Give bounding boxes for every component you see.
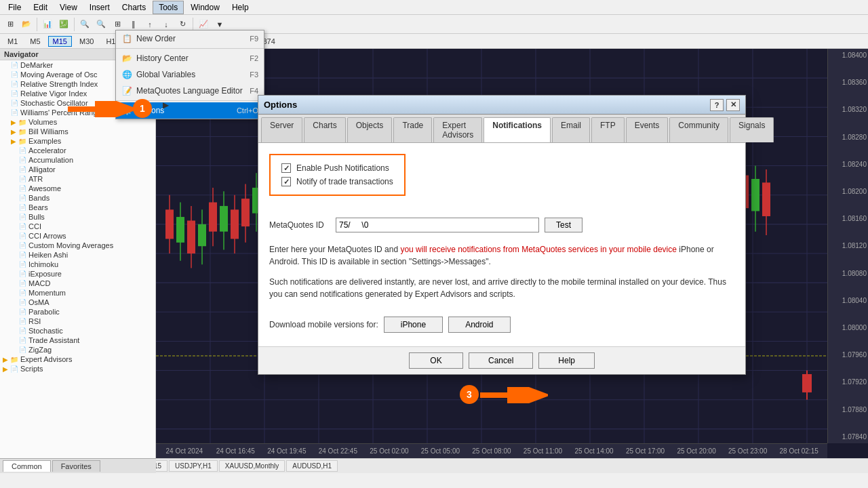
tab-objects[interactable]: Objects <box>347 117 393 142</box>
price-15: 1.07840 <box>829 433 867 441</box>
menu-tools[interactable]: Tools <box>153 1 184 14</box>
ok-button[interactable]: OK <box>409 352 463 369</box>
indicator-icon-hei: 📄 <box>19 251 26 258</box>
tf-m15[interactable]: M15 <box>48 36 72 47</box>
dialog-tabs: Server Charts Objects Trade Expert Advis… <box>258 115 745 143</box>
time-axis: 24 Oct 2024 24 Oct 16:45 24 Oct 19:45 24… <box>156 443 827 458</box>
dropdown-history[interactable]: 📂 History Center F2 <box>116 50 264 66</box>
symbol-usdjpy-h1[interactable]: USDJPY,H1 <box>169 460 218 472</box>
toolbar-charts[interactable]: 📊 <box>40 17 55 32</box>
tab-signals[interactable]: Signals <box>730 117 774 142</box>
enable-push-row: Enable Push Notifications <box>281 163 393 173</box>
dialog-help-btn[interactable]: ? <box>710 99 724 111</box>
nav-heiken[interactable]: 📄 Heiken Ashi <box>0 250 155 260</box>
help-button[interactable]: Help <box>538 352 595 369</box>
nav-accelerator[interactable]: 📄 Accelerator <box>0 146 155 155</box>
tab-events[interactable]: Events <box>626 117 669 142</box>
nav-accumulation[interactable]: 📄 Accumulation <box>0 155 155 165</box>
nav-ichimoku[interactable]: 📄 Ichimoku <box>0 260 155 269</box>
cancel-button[interactable]: Cancel <box>469 352 533 369</box>
tf-m5[interactable]: M5 <box>25 36 45 47</box>
folder-icon-sc2: 📄 <box>10 365 18 373</box>
nav-custom-ma[interactable]: 📄 Custom Moving Averages <box>0 241 155 250</box>
indicator-icon-alli: 📄 <box>19 166 26 173</box>
nav-alligator[interactable]: 📄 Alligator <box>0 165 155 174</box>
nav-rsi2[interactable]: 📄 RSI <box>0 317 155 326</box>
toolbar-zoom-in[interactable]: 🔍 <box>77 17 92 32</box>
tab-ftp[interactable]: FTP <box>591 117 625 142</box>
nav-cci-arrows[interactable]: 📄 CCI Arrows <box>0 231 155 241</box>
android-button[interactable]: Android <box>448 317 510 333</box>
nav-trade-assistant[interactable]: 📄 Trade Assistant <box>0 336 155 345</box>
nav-awesome[interactable]: 📄 Awesome <box>0 184 155 193</box>
dropdown-sep1 <box>116 48 264 49</box>
toolbar-trading[interactable]: 💹 <box>56 17 71 32</box>
nav-scripts[interactable]: ▶ 📄 Scripts <box>0 364 155 373</box>
folder-icon-ex2: 📁 <box>18 138 26 145</box>
svg-rect-139 <box>802 374 812 392</box>
iphone-button[interactable]: iPhone <box>384 317 443 333</box>
folder-icon-volumes2: 📁 <box>18 119 26 126</box>
toolbar-open[interactable]: 📂 <box>19 17 34 32</box>
symbol-xauusd-monthly[interactable]: XAUUSD,Monthly <box>219 460 285 472</box>
price-7: 1.08160 <box>829 215 867 222</box>
nav-bands[interactable]: 📄 Bands <box>0 193 155 203</box>
menu-file[interactable]: File <box>3 1 26 14</box>
dropdown-new-order[interactable]: 📋 New Order F9 <box>116 30 264 47</box>
new-order-shortcut: F9 <box>250 35 258 43</box>
svg-rect-137 <box>762 182 770 216</box>
notify-trade-checkbox[interactable] <box>281 177 291 186</box>
tab-community[interactable]: Community <box>669 117 728 142</box>
menu-help[interactable]: Help <box>226 1 254 14</box>
toolbar-new[interactable]: ⊞ <box>3 17 18 32</box>
tab-trade[interactable]: Trade <box>393 117 432 142</box>
tab-email[interactable]: Email <box>552 117 590 142</box>
nav-bill-williams[interactable]: ▶ 📁 Bill Williams <box>0 127 155 136</box>
nav-atr[interactable]: 📄 ATR <box>0 174 155 184</box>
nav-zigzag[interactable]: 📄 ZigZag <box>0 345 155 354</box>
nav-macd[interactable]: 📄 MACD <box>0 279 155 288</box>
dialog-titlebar: Options ? ✕ <box>258 96 745 115</box>
menu-window[interactable]: Window <box>185 1 225 14</box>
toolbar-sep3 <box>193 18 193 31</box>
enable-push-checkbox[interactable] <box>281 163 291 173</box>
folder-icon-bw2: 📁 <box>18 128 26 136</box>
toolbar-zoom-out[interactable]: 🔍 <box>94 17 108 32</box>
menu-insert[interactable]: Insert <box>84 1 115 14</box>
tf-m1[interactable]: M1 <box>3 36 22 47</box>
dropdown-global-vars[interactable]: 🌐 Global Variables F3 <box>116 66 264 83</box>
dropdown-editor[interactable]: 📝 MetaQuotes Language Editor F4 <box>116 83 264 99</box>
price-1: 1.08400 <box>829 52 867 59</box>
nav-parabolic[interactable]: 📄 Parabolic <box>0 307 155 317</box>
nav-momentum[interactable]: 📄 Momentum <box>0 288 155 298</box>
test-button[interactable]: Test <box>545 218 583 232</box>
mqid-input[interactable] <box>336 218 539 232</box>
nav-bears[interactable]: 📄 Bears <box>0 203 155 212</box>
nav-bulls[interactable]: 📄 Bulls <box>0 212 155 222</box>
nav-expert-advisors[interactable]: ▶ 📁 Expert Advisors <box>0 354 155 364</box>
dialog-close-btn[interactable]: ✕ <box>726 99 740 111</box>
time-11: 25 Oct 20:00 <box>671 447 722 455</box>
symbol-audusd-h1[interactable]: AUDUSD,H1 <box>286 460 338 472</box>
nav-stochastic2[interactable]: 📄 Stochastic <box>0 326 155 336</box>
price-6: 1.08200 <box>829 188 867 195</box>
menu-charts[interactable]: Charts <box>117 1 151 14</box>
options-dialog[interactable]: Options ? ✕ Server Charts Objects Trade … <box>258 95 746 375</box>
menu-view[interactable]: View <box>54 1 83 14</box>
indicator-icon4: 📄 <box>11 90 18 97</box>
nav-cci[interactable]: 📄 CCI <box>0 222 155 231</box>
tf-m30[interactable]: M30 <box>75 36 98 47</box>
svg-rect-31 <box>187 220 195 253</box>
time-8: 25 Oct 11:00 <box>517 447 569 455</box>
price-4: 1.08280 <box>829 134 867 141</box>
indicator-icon-ta: 📄 <box>19 337 26 344</box>
tab-charts[interactable]: Charts <box>304 117 345 142</box>
dropdown-options[interactable]: ⚙️ Options Ctrl+O <box>116 102 264 119</box>
menu-edit[interactable]: Edit <box>28 1 53 14</box>
nav-osma[interactable]: 📄 OsMA <box>0 298 155 307</box>
tab-notifications[interactable]: Notifications <box>484 117 551 142</box>
nav-examples[interactable]: ▶ 📁 Examples <box>0 136 155 146</box>
tab-expert-advisors[interactable]: Expert Advisors <box>433 117 482 142</box>
nav-iexposure[interactable]: 📄 iExposure <box>0 269 155 279</box>
tab-server[interactable]: Server <box>261 117 302 142</box>
